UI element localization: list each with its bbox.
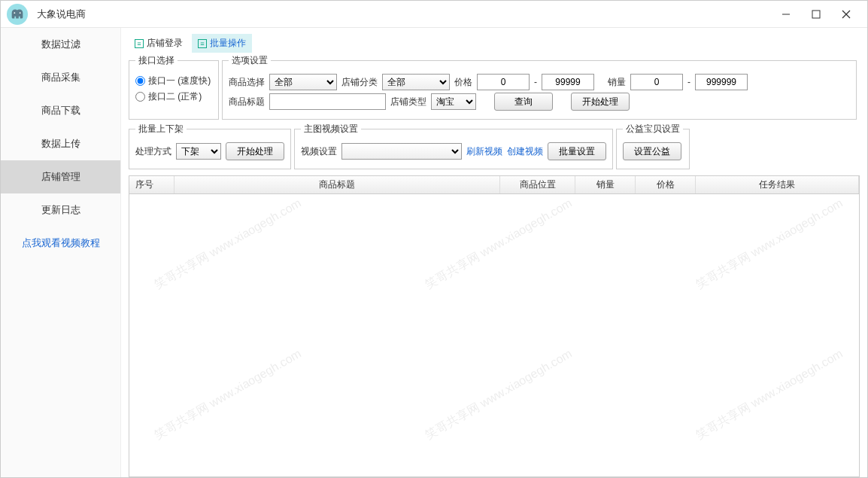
- select-shop-category[interactable]: 全部: [382, 74, 450, 90]
- start-process-button[interactable]: 开始处理: [571, 93, 630, 111]
- th-seq[interactable]: 序号: [129, 176, 175, 193]
- input-sales-max[interactable]: [695, 74, 748, 90]
- th-price[interactable]: 价格: [636, 176, 696, 193]
- sidebar: 数据过滤 商品采集 商品下载 数据上传 店铺管理 更新日志 点我观看视频教程: [1, 28, 121, 477]
- results-table: 序号 商品标题 商品位置 销量 价格 任务结果 笑哥共享网 www.xiaoge…: [129, 175, 860, 477]
- th-title[interactable]: 商品标题: [175, 176, 500, 193]
- link-refresh-video[interactable]: 刷新视频: [466, 145, 502, 158]
- tabs: ≡店铺登录 ≡批量操作: [129, 34, 860, 53]
- fs-main-video: 主图视频设置: [301, 123, 361, 135]
- app-logo: [7, 4, 28, 25]
- svg-rect-3: [812, 11, 820, 18]
- fs-options: 选项设置: [229, 54, 271, 67]
- nav-shop-manage[interactable]: 店铺管理: [1, 160, 120, 193]
- radio-interface-2[interactable]: [135, 92, 145, 102]
- query-button[interactable]: 查询: [494, 93, 553, 111]
- nav-data-upload[interactable]: 数据上传: [1, 127, 120, 160]
- nav-product-download[interactable]: 商品下载: [1, 94, 120, 127]
- doc-icon: ≡: [198, 39, 207, 48]
- select-video-setting[interactable]: [341, 143, 462, 160]
- set-welfare-button[interactable]: 设置公益: [623, 142, 681, 160]
- nav-update-log[interactable]: 更新日志: [1, 193, 120, 227]
- select-product[interactable]: 全部: [269, 74, 337, 90]
- link-create-video[interactable]: 创建视频: [507, 145, 543, 158]
- doc-icon: ≡: [135, 39, 144, 48]
- start-process2-button[interactable]: 开始处理: [226, 142, 284, 160]
- radio-interface-1[interactable]: [135, 76, 145, 86]
- svg-point-0: [14, 12, 15, 14]
- fs-public-welfare: 公益宝贝设置: [623, 123, 683, 135]
- fs-batch-shelf: 批量上下架: [135, 123, 187, 135]
- titlebar: 大象说电商: [1, 1, 867, 28]
- select-shop-type[interactable]: 淘宝: [431, 93, 476, 110]
- nav-data-filter[interactable]: 数据过滤: [1, 28, 120, 61]
- input-price-max[interactable]: [542, 74, 594, 90]
- th-result[interactable]: 任务结果: [696, 176, 859, 193]
- input-sales-min[interactable]: [630, 74, 683, 90]
- input-price-min[interactable]: [477, 74, 530, 90]
- minimize-button[interactable]: [771, 4, 801, 25]
- th-sales[interactable]: 销量: [575, 176, 636, 193]
- maximize-button[interactable]: [801, 4, 831, 25]
- select-process-mode[interactable]: 下架: [176, 143, 221, 160]
- tab-shop-login[interactable]: ≡店铺登录: [129, 34, 189, 53]
- tab-batch-ops[interactable]: ≡批量操作: [192, 34, 252, 53]
- svg-point-1: [20, 12, 21, 14]
- batch-setting-button[interactable]: 批量设置: [548, 142, 606, 160]
- nav-tutorial-link[interactable]: 点我观看视频教程: [1, 227, 120, 260]
- input-product-title[interactable]: [269, 93, 386, 110]
- app-title: 大象说电商: [37, 8, 771, 21]
- nav-product-collect[interactable]: 商品采集: [1, 61, 120, 94]
- th-position[interactable]: 商品位置: [500, 176, 575, 193]
- close-button[interactable]: [831, 4, 861, 25]
- fs-interface: 接口选择: [135, 54, 178, 67]
